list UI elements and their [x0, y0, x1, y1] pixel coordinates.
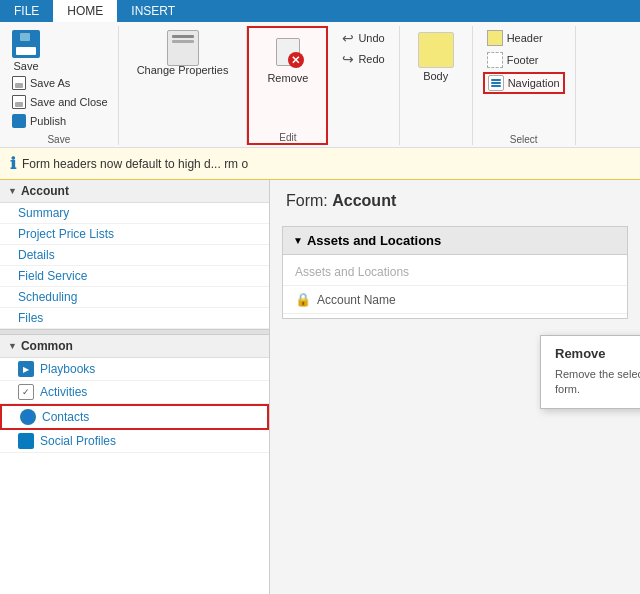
main-content: ▼ Account Summary Project Price Lists De…	[0, 180, 640, 594]
change-icon	[167, 32, 199, 64]
common-section-header[interactable]: ▼ Common	[0, 335, 269, 358]
header-button[interactable]: Header	[483, 28, 547, 48]
activities-icon: ✓	[18, 384, 34, 400]
form-header: Form: Account	[270, 180, 640, 218]
files-label: Files	[18, 311, 43, 325]
sidebar-item-project-price-lists[interactable]: Project Price Lists	[0, 224, 269, 245]
sidebar-item-field-service[interactable]: Field Service	[0, 266, 269, 287]
account-name-field: 🔒 Account Name	[283, 286, 627, 314]
ribbon-body: Save Save As Save and Close Publish	[0, 22, 640, 148]
undo-button[interactable]: ↩ Undo	[338, 28, 388, 48]
assets-section: ▼ Assets and Locations Assets and Locati…	[282, 226, 628, 319]
select-group-label: Select	[510, 134, 538, 145]
activities-label: Activities	[40, 385, 87, 399]
contacts-icon	[20, 409, 36, 425]
section-collapse-icon: ▼	[293, 235, 303, 246]
edit-group-label: Edit	[279, 132, 296, 143]
project-price-lists-label: Project Price Lists	[18, 227, 114, 241]
save-close-button[interactable]: Save and Close	[8, 93, 112, 111]
save-close-icon	[12, 95, 26, 109]
details-label: Details	[18, 248, 55, 262]
navigation-button[interactable]: Navigation	[483, 72, 565, 94]
remove-x-mark: ✕	[288, 52, 304, 68]
tooltip-popup: Remove Remove the selected item from thi…	[540, 335, 640, 409]
info-text: Form headers now default to high d... rm…	[22, 157, 248, 171]
sidebar-item-activities[interactable]: ✓ Activities	[0, 381, 269, 404]
account-section-header[interactable]: ▼ Account	[0, 180, 269, 203]
contacts-label: Contacts	[42, 410, 89, 424]
section-title: Assets and Locations	[307, 233, 441, 248]
account-collapse-icon: ▼	[8, 186, 17, 196]
tab-home[interactable]: HOME	[53, 0, 117, 22]
ribbon: FILE HOME INSERT Save Save As Save an	[0, 0, 640, 148]
body-group-content: Body	[406, 26, 466, 145]
save-large-button[interactable]: Save	[6, 28, 46, 74]
save-as-icon	[12, 76, 26, 90]
navigation-icon	[488, 75, 504, 91]
save-group: Save Save As Save and Close Publish	[0, 26, 119, 145]
sidebar-item-contacts[interactable]: Contacts	[0, 404, 269, 430]
save-label: Save	[13, 60, 38, 72]
sidebar-item-social-profiles[interactable]: Social Profiles	[0, 430, 269, 453]
field-service-label: Field Service	[18, 269, 87, 283]
body-icon	[418, 32, 454, 68]
change-group-content: Change Properties	[125, 26, 241, 145]
section-subtext-row: Assets and Locations	[283, 259, 627, 286]
tab-file[interactable]: FILE	[0, 0, 53, 22]
tooltip-title: Remove	[555, 346, 640, 361]
summary-label: Summary	[18, 206, 69, 220]
info-icon: ℹ	[10, 154, 16, 173]
footer-icon	[487, 52, 503, 68]
lock-icon: 🔒	[295, 292, 311, 307]
select-group-content: Header Footer Navigation	[479, 26, 569, 132]
undo-group-content: ↩ Undo ↪ Redo	[334, 26, 392, 145]
body-label: Body	[423, 70, 448, 82]
sidebar-item-files[interactable]: Files	[0, 308, 269, 329]
remove-button[interactable]: ✕ Remove	[259, 30, 316, 88]
publish-button[interactable]: Publish	[8, 112, 112, 130]
ribbon-tabs: FILE HOME INSERT	[0, 0, 640, 22]
save-group-label: Save	[47, 134, 70, 145]
redo-label: Redo	[358, 53, 384, 65]
account-section-label: Account	[21, 184, 69, 198]
undo-group: ↩ Undo ↪ Redo	[328, 26, 399, 145]
sidebar-item-playbooks[interactable]: Playbooks	[0, 358, 269, 381]
publish-icon	[12, 114, 26, 128]
change-properties-group: Change Properties	[119, 26, 248, 145]
remove-group: ✕ Remove Edit	[247, 26, 328, 145]
section-subtext: Assets and Locations	[295, 265, 409, 279]
remove-label: Remove	[267, 72, 308, 84]
account-section: ▼ Account Summary Project Price Lists De…	[0, 180, 269, 329]
account-name-label: Account Name	[317, 293, 396, 307]
save-as-button[interactable]: Save As	[8, 74, 112, 92]
sidebar-item-summary[interactable]: Summary	[0, 203, 269, 224]
sidebar-item-scheduling[interactable]: Scheduling	[0, 287, 269, 308]
scheduling-label: Scheduling	[18, 290, 77, 304]
common-section-label: Common	[21, 339, 73, 353]
playbook-icon	[18, 361, 34, 377]
info-bar: ℹ Form headers now default to high d... …	[0, 148, 640, 180]
publish-label: Publish	[30, 115, 66, 127]
redo-button[interactable]: ↪ Redo	[338, 49, 388, 69]
select-group: Header Footer Navigation Select	[473, 26, 576, 145]
social-icon	[18, 433, 34, 449]
footer-button[interactable]: Footer	[483, 50, 543, 70]
remove-group-content: ✕ Remove	[255, 28, 320, 130]
save-group-content: Save Save As Save and Close Publish	[6, 26, 112, 132]
navigation-label: Navigation	[508, 77, 560, 89]
section-body: Assets and Locations 🔒 Account Name	[283, 255, 627, 318]
sidebar-item-details[interactable]: Details	[0, 245, 269, 266]
body-button[interactable]: Body	[410, 28, 462, 86]
save-close-label: Save and Close	[30, 96, 108, 108]
playbooks-label: Playbooks	[40, 362, 95, 376]
social-profiles-label: Social Profiles	[40, 434, 116, 448]
tab-insert[interactable]: INSERT	[117, 0, 189, 22]
header-label: Header	[507, 32, 543, 44]
tooltip-description: Remove the selected item from this form.	[555, 367, 640, 398]
change-properties-button[interactable]: Change Properties	[129, 28, 237, 81]
form-title-prefix: Form:	[286, 192, 328, 209]
save-icon	[12, 30, 40, 58]
save-as-label: Save As	[30, 77, 70, 89]
form-name: Account	[332, 192, 396, 209]
section-header: ▼ Assets and Locations	[283, 227, 627, 255]
